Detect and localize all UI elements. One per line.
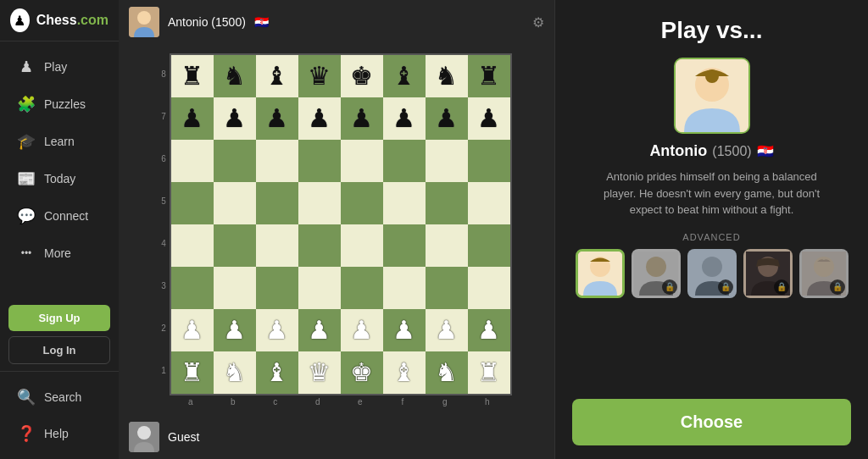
file-c: c	[254, 397, 297, 406]
cell-4-1[interactable]	[214, 224, 256, 267]
cell-3-1[interactable]	[214, 182, 256, 224]
sidebar-item-today[interactable]: 📰 Today	[5, 161, 114, 196]
cell-6-0[interactable]: ♟	[171, 309, 214, 351]
choose-button[interactable]: Choose	[572, 399, 851, 445]
cell-6-6[interactable]: ♟	[426, 309, 468, 351]
sidebar-item-search[interactable]: 🔍 Search	[5, 379, 114, 415]
cell-4-2[interactable]	[256, 224, 298, 267]
opponent-avatar-4[interactable]: 🔒	[743, 249, 793, 298]
opponent-avatar-1[interactable]	[576, 249, 625, 298]
today-icon: 📰	[17, 169, 36, 188]
cell-4-0[interactable]	[171, 224, 214, 267]
top-player-flag: 🇭🇷	[254, 15, 269, 29]
settings-button[interactable]: ⚙	[532, 14, 544, 30]
cell-3-5[interactable]	[383, 182, 426, 224]
rank-6: 6	[161, 138, 166, 180]
opponent-name-row: Antonio (1500) 🇭🇷	[649, 142, 773, 160]
cell-5-5[interactable]	[383, 267, 426, 309]
cell-4-5[interactable]	[383, 224, 426, 267]
cell-3-0[interactable]	[171, 182, 214, 224]
cell-4-4[interactable]	[341, 224, 383, 267]
cell-0-3[interactable]: ♛	[298, 55, 341, 97]
cell-0-1[interactable]: ♞	[214, 55, 256, 97]
cell-6-7[interactable]: ♟	[468, 309, 510, 351]
cell-6-1[interactable]: ♟	[214, 309, 256, 351]
cell-7-2[interactable]: ♝	[256, 351, 298, 394]
cell-7-7[interactable]: ♜	[468, 351, 510, 394]
cell-4-6[interactable]	[426, 224, 468, 267]
chess-logo-icon: ♟	[10, 8, 30, 32]
cell-6-2[interactable]: ♟	[256, 309, 298, 351]
cell-2-2[interactable]	[256, 140, 298, 182]
cell-5-0[interactable]	[171, 267, 214, 309]
sidebar-item-puzzles[interactable]: 🧩 Puzzles	[5, 86, 114, 122]
cell-7-3[interactable]: ♛	[298, 351, 341, 394]
cell-1-5[interactable]: ♟	[383, 97, 426, 140]
chess-board[interactable]: ♜♞♝♛♚♝♞♜♟♟♟♟♟♟♟♟♟♟♟♟♟♟♟♟♜♞♝♛♚♝♞♜	[170, 53, 512, 395]
cell-1-1[interactable]: ♟	[214, 97, 256, 140]
sidebar-item-help[interactable]: ❓ Help	[5, 416, 114, 451]
cell-2-4[interactable]	[341, 140, 383, 182]
cell-2-7[interactable]	[468, 140, 510, 182]
cell-6-3[interactable]: ♟	[298, 309, 341, 351]
cell-2-3[interactable]	[298, 140, 341, 182]
cell-7-0[interactable]: ♜	[171, 351, 214, 394]
cell-5-6[interactable]	[426, 267, 468, 309]
sidebar-label-play: Play	[44, 60, 67, 74]
cell-0-5[interactable]: ♝	[383, 55, 426, 97]
cell-3-7[interactable]	[468, 182, 510, 224]
opponent-avatars: 🔒 🔒 🔒	[576, 249, 849, 298]
nav-items: ♟ Play 🧩 Puzzles 🎓 Learn 📰 Today 💬 Conne…	[0, 41, 119, 298]
cell-0-4[interactable]: ♚	[341, 55, 383, 97]
rank-2: 2	[161, 307, 166, 350]
cell-1-3[interactable]: ♟	[298, 97, 341, 140]
sidebar-item-more[interactable]: ••• More	[5, 235, 114, 271]
cell-3-4[interactable]	[341, 182, 383, 224]
opponent-avatar-3[interactable]: 🔒	[687, 249, 737, 298]
cell-2-5[interactable]	[383, 140, 426, 182]
cell-5-4[interactable]	[341, 267, 383, 309]
opponent-avatar-5[interactable]: 🔒	[799, 249, 849, 298]
cell-3-2[interactable]	[256, 182, 298, 224]
cell-2-0[interactable]	[171, 140, 214, 182]
sidebar-item-connect[interactable]: 💬 Connect	[5, 198, 114, 234]
cell-1-6[interactable]: ♟	[426, 97, 468, 140]
cell-5-2[interactable]	[256, 267, 298, 309]
cell-1-7[interactable]: ♟	[468, 97, 510, 140]
cell-3-6[interactable]	[426, 182, 468, 224]
cell-7-5[interactable]: ♝	[383, 351, 426, 394]
cell-4-7[interactable]	[468, 224, 510, 267]
sidebar-label-today: Today	[44, 172, 75, 185]
cell-6-5[interactable]: ♟	[383, 309, 426, 351]
cell-1-0[interactable]: ♟	[171, 97, 214, 140]
cell-7-4[interactable]: ♚	[341, 351, 383, 394]
opponent-avatar-large	[674, 58, 750, 134]
cell-0-0[interactable]: ♜	[171, 55, 214, 97]
connect-icon: 💬	[17, 207, 36, 225]
cell-5-1[interactable]	[214, 267, 256, 309]
cell-2-1[interactable]	[214, 140, 256, 182]
cell-1-4[interactable]: ♟	[341, 97, 383, 140]
sidebar-item-learn[interactable]: 🎓 Learn	[5, 124, 114, 159]
cell-4-3[interactable]	[298, 224, 341, 267]
signup-button[interactable]: Sign Up	[8, 305, 110, 331]
cell-0-7[interactable]: ♜	[468, 55, 510, 97]
sidebar-label-puzzles: Puzzles	[44, 97, 86, 111]
cell-2-6[interactable]	[426, 140, 468, 182]
cell-0-2[interactable]: ♝	[256, 55, 298, 97]
logo-area[interactable]: ♟ Chess.com	[0, 0, 119, 41]
opponent-avatar-2[interactable]: 🔒	[632, 249, 681, 298]
cell-7-6[interactable]: ♞	[426, 351, 468, 394]
cell-3-3[interactable]	[298, 182, 341, 224]
cell-1-2[interactable]: ♟	[256, 97, 298, 140]
rank-7: 7	[161, 96, 166, 138]
sidebar-item-play[interactable]: ♟ Play	[5, 49, 114, 85]
cell-5-3[interactable]	[298, 267, 341, 309]
cell-0-6[interactable]: ♞	[426, 55, 468, 97]
cell-7-1[interactable]: ♞	[214, 351, 256, 394]
lock-icon-3: 🔒	[718, 279, 733, 295]
cell-6-4[interactable]: ♟	[341, 309, 383, 351]
cell-5-7[interactable]	[468, 267, 510, 309]
login-button[interactable]: Log In	[8, 336, 110, 364]
rank-8: 8	[161, 53, 166, 96]
